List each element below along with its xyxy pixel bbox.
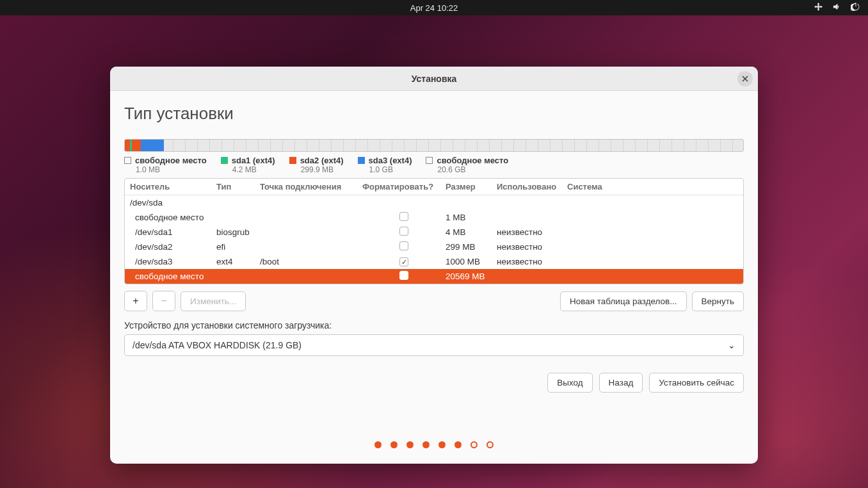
legend-size: 1.0 MB xyxy=(136,165,207,174)
cell-size: 20569 MB xyxy=(446,272,497,281)
col-device: Носитель xyxy=(130,182,216,191)
table-row[interactable]: свободное место 1 MB xyxy=(125,210,743,225)
legend-label: sda1 (ext4) xyxy=(232,156,275,165)
table-row[interactable]: свободное место 20569 MB xyxy=(125,269,743,284)
change-partition-button[interactable]: Изменить... xyxy=(181,291,246,311)
legend-item: sda2 (ext4)299.9 MB xyxy=(289,156,344,174)
bootloader-device-select[interactable]: /dev/sda ATA VBOX HARDDISK (21.9 GB) ⌄ xyxy=(124,334,744,356)
legend-size: 299.9 MB xyxy=(301,165,344,174)
close-icon xyxy=(742,76,748,82)
col-mount: Точка подключения xyxy=(260,182,362,191)
bootloader-label: Устройство для установки системного загр… xyxy=(124,320,744,330)
cell-format-checkbox[interactable] xyxy=(399,212,408,223)
legend-size: 20.6 GB xyxy=(437,165,508,174)
progress-dot xyxy=(422,441,430,448)
progress-dots xyxy=(124,441,744,448)
disk-seg-sda2 xyxy=(132,140,141,151)
cell-size: 1000 MB xyxy=(446,257,497,266)
disk-seg-sda3 xyxy=(141,140,164,151)
back-button[interactable]: Назад xyxy=(599,373,643,393)
legend-item: sda1 (ext4)4.2 MB xyxy=(221,156,275,174)
progress-dot xyxy=(454,441,462,448)
progress-dot xyxy=(486,441,494,448)
cell-size: 4 MB xyxy=(446,227,497,237)
cell-size: 299 MB xyxy=(446,242,497,252)
cell-format-checkbox[interactable] xyxy=(399,271,408,282)
add-partition-button[interactable]: + xyxy=(124,291,147,311)
progress-dot xyxy=(470,441,478,448)
legend-swatch xyxy=(426,157,433,164)
window-title: Установка xyxy=(412,74,457,84)
legend-label: свободное место xyxy=(135,156,207,165)
cell-used: неизвестно xyxy=(497,257,567,266)
legend-size: 4.2 MB xyxy=(232,165,275,174)
topbar-datetime[interactable]: Apr 24 10:22 xyxy=(410,3,458,13)
cell-mount: /boot xyxy=(260,257,362,266)
legend-swatch xyxy=(124,157,131,164)
remove-partition-button[interactable]: − xyxy=(152,291,175,311)
cell-used: неизвестно xyxy=(497,242,567,252)
legend-label: свободное место xyxy=(437,156,508,165)
cell-size: 1 MB xyxy=(446,213,497,222)
gnome-topbar: Apr 24 10:22 xyxy=(0,0,868,15)
legend-label: sda2 (ext4) xyxy=(300,156,344,165)
col-used: Использовано xyxy=(497,182,567,191)
power-icon[interactable] xyxy=(851,2,860,13)
disk-label: /dev/sda xyxy=(130,198,216,207)
col-type: Тип xyxy=(216,182,260,191)
cell-device: /dev/sda3 xyxy=(130,257,216,266)
legend-swatch xyxy=(289,157,296,164)
cell-device: /dev/sda1 xyxy=(130,227,216,237)
installer-window: Установка Тип установки свободное место1… xyxy=(110,67,758,464)
titlebar: Установка xyxy=(110,67,758,91)
cell-device: свободное место xyxy=(130,213,216,222)
table-row[interactable]: /dev/sda2 efi 299 MB неизвестно xyxy=(125,240,743,254)
legend-item: свободное место1.0 MB xyxy=(124,156,207,174)
bootloader-value: /dev/sda ATA VBOX HARDDISK (21.9 GB) xyxy=(133,340,301,350)
legend-item: свободное место20.6 GB xyxy=(426,156,508,174)
col-format: Форматировать? xyxy=(362,182,446,191)
table-row[interactable]: /dev/sda1 biosgrub 4 MB неизвестно xyxy=(125,225,743,240)
progress-dot xyxy=(374,441,382,448)
cell-used: неизвестно xyxy=(497,227,567,237)
progress-dot xyxy=(406,441,414,448)
legend-swatch xyxy=(221,157,228,164)
cell-device: /dev/sda2 xyxy=(130,242,216,252)
legend-swatch xyxy=(358,157,365,164)
legend-item: sda3 (ext4)1.0 GB xyxy=(358,156,412,174)
cell-format-checkbox[interactable]: ✓ xyxy=(399,257,408,266)
progress-dot xyxy=(390,441,398,448)
volume-icon[interactable] xyxy=(832,2,842,13)
disk-usage-bar xyxy=(124,139,744,152)
new-partition-table-button[interactable]: Новая таблица разделов... xyxy=(560,291,687,311)
install-now-button[interactable]: Установить сейчас xyxy=(649,373,744,393)
cell-type: efi xyxy=(216,242,260,252)
nav-buttons: Выход Назад Установить сейчас xyxy=(124,373,744,393)
cell-device: свободное место xyxy=(130,272,216,281)
quit-button[interactable]: Выход xyxy=(547,373,592,393)
revert-button[interactable]: Вернуть xyxy=(692,291,744,311)
table-row[interactable]: /dev/sda3 ext4 /boot ✓ 1000 MB неизвестн… xyxy=(125,254,743,269)
page-title: Тип установки xyxy=(124,104,744,124)
topbar-status-area[interactable] xyxy=(814,2,860,13)
disk-legend: свободное место1.0 MBsda1 (ext4)4.2 MBsd… xyxy=(124,156,744,174)
chevron-down-icon: ⌄ xyxy=(728,340,735,350)
legend-size: 1.0 GB xyxy=(369,165,412,174)
partition-toolbar: + − Изменить... Новая таблица разделов..… xyxy=(124,291,744,311)
legend-label: sda3 (ext4) xyxy=(369,156,412,165)
close-button[interactable] xyxy=(737,71,753,86)
cell-type: biosgrub xyxy=(216,227,260,237)
disk-seg-free1 xyxy=(125,140,130,151)
table-disk-row[interactable]: /dev/sda xyxy=(125,195,743,210)
cell-format-checkbox[interactable] xyxy=(399,241,408,252)
table-header: Носитель Тип Точка подключения Форматиро… xyxy=(125,179,743,195)
partition-table[interactable]: Носитель Тип Точка подключения Форматиро… xyxy=(124,178,744,284)
progress-dot xyxy=(438,441,446,448)
col-system: Система xyxy=(567,182,738,191)
network-icon[interactable] xyxy=(814,2,823,13)
cell-format-checkbox[interactable] xyxy=(399,227,408,238)
col-size: Размер xyxy=(446,182,497,191)
cell-type: ext4 xyxy=(216,257,260,266)
